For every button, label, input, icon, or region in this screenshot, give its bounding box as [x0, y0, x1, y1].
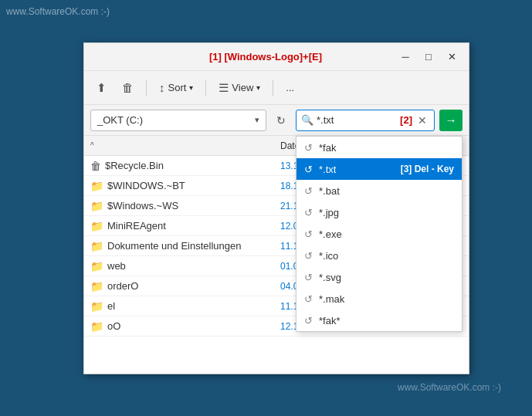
- share-button[interactable]: ⬆: [90, 76, 113, 100]
- dropdown-item-0[interactable]: ↺ *fak: [296, 137, 462, 158]
- file-name-7: 📁 el: [90, 300, 273, 313]
- more-button[interactable]: ...: [280, 76, 300, 100]
- dropdown-text-2: *.bat: [319, 185, 340, 197]
- dropdown-text-8: *fak*: [319, 315, 340, 326]
- folder-icon-7: 📁: [90, 300, 103, 313]
- dropdown-item-6[interactable]: ↺ *.svg: [296, 266, 462, 288]
- dropdown-text-6: *.svg: [319, 272, 341, 283]
- restore-button[interactable]: □: [418, 48, 439, 66]
- search-clear-button[interactable]: ✕: [415, 113, 429, 127]
- delete-button[interactable]: 🗑: [116, 76, 140, 100]
- dropdown-item-8[interactable]: ↺ *fak*: [296, 309, 462, 331]
- watermark-top: www.SoftwareOK.com :-): [6, 6, 110, 17]
- sort-icon: ↕: [159, 81, 165, 94]
- dropdown-text-1: *.txt: [319, 164, 336, 175]
- watermark-bottom: www.SoftwareOK.com :-): [398, 382, 501, 393]
- sort-arrow-icon: ^: [90, 141, 94, 150]
- address-bar[interactable]: _OKT (C:) ▾: [90, 110, 266, 131]
- dropdown-item-1[interactable]: ↺ *.txt [3] Del - Key: [296, 158, 462, 180]
- dropdown-text-7: *.mak: [319, 293, 344, 305]
- toolbar-sep-3: [273, 80, 273, 96]
- history-icon-7: ↺: [304, 293, 313, 305]
- dropdown-text-3: *.jpg: [319, 207, 339, 218]
- history-icon-2: ↺: [304, 185, 313, 197]
- search-container: 🔍 [2] ✕: [296, 110, 435, 131]
- address-chevron-icon: ▾: [255, 115, 259, 125]
- more-label: ...: [286, 82, 294, 93]
- search-label-2: [2]: [400, 114, 412, 126]
- history-icon-0: ↺: [304, 142, 313, 154]
- dropdown-item-4[interactable]: ↺ *.exe: [296, 223, 462, 245]
- delete-icon: 🗑: [122, 81, 134, 94]
- folder-icon-3: 📁: [90, 220, 103, 232]
- folder-icon-1: 📁: [90, 180, 103, 192]
- sort-label: Sort: [168, 82, 187, 93]
- sort-chevron-icon: ▾: [189, 83, 193, 92]
- view-button[interactable]: ☰ View ▾: [212, 76, 266, 100]
- file-name-8: 📁 oO: [90, 320, 273, 333]
- file-name-6: 📁 orderO: [90, 280, 273, 293]
- refresh-button[interactable]: ↻: [271, 110, 291, 130]
- window-title: [1] [Windows-Logo]+[E]: [137, 51, 395, 63]
- file-name-1: 📁 $WINDOWS.~BT: [90, 180, 273, 192]
- close-button[interactable]: ✕: [441, 48, 463, 66]
- search-icon: 🔍: [301, 114, 313, 126]
- file-name-0: 🗑 $Recycle.Bin: [90, 160, 273, 172]
- toolbar-sep-2: [205, 80, 206, 96]
- file-explorer-window: [1] [Windows-Logo]+[E] ─ □ ✕ ⬆ 🗑 ↕ Sort …: [83, 42, 469, 374]
- dropdown-item-5[interactable]: ↺ *.ico: [296, 245, 462, 266]
- view-label: View: [232, 82, 253, 93]
- share-icon: ⬆: [97, 81, 107, 95]
- file-name-3: 📁 MiniREAgent: [90, 220, 273, 232]
- folder-icon-2: 📁: [90, 200, 103, 212]
- view-chevron-icon: ▾: [256, 83, 260, 92]
- search-box: 🔍 [2] ✕: [296, 110, 435, 131]
- col-name-header: ^: [90, 141, 273, 150]
- history-icon-8: ↺: [304, 315, 313, 326]
- title-bar: [1] [Windows-Logo]+[E] ─ □ ✕: [84, 43, 469, 71]
- file-name-4: 📁 Dokumente und Einstellungen: [90, 240, 273, 252]
- folder-icon-6: 📁: [90, 280, 103, 293]
- history-icon-6: ↺: [304, 272, 313, 283]
- dropdown-text-0: *fak: [319, 142, 336, 154]
- dropdown-item-2[interactable]: ↺ *.bat: [296, 180, 462, 201]
- folder-icon-8: 📁: [90, 320, 103, 333]
- minimize-button[interactable]: ─: [395, 48, 416, 66]
- folder-icon-4: 📁: [90, 240, 103, 252]
- search-input[interactable]: [317, 114, 394, 126]
- toolbar: ⬆ 🗑 ↕ Sort ▾ ☰ View ▾ ...: [84, 71, 469, 105]
- recycle-icon: 🗑: [90, 160, 101, 172]
- file-name-2: 📁 $Windows.~WS: [90, 200, 273, 212]
- history-icon-5: ↺: [304, 250, 313, 262]
- address-text: _OKT (C:): [97, 114, 255, 126]
- search-dropdown: ↺ *fak ↺ *.txt [3] Del - Key ↺ *.bat ↺ *…: [296, 136, 463, 332]
- del-key-label: [3] Del - Key: [401, 164, 454, 174]
- history-icon-1: ↺: [304, 164, 313, 175]
- title-bar-controls: ─ □ ✕: [395, 48, 463, 66]
- dropdown-text-4: *.exe: [319, 228, 342, 240]
- file-name-5: 📁 web: [90, 260, 273, 272]
- history-icon-4: ↺: [304, 228, 313, 240]
- folder-icon-5: 📁: [90, 260, 103, 272]
- dropdown-item-7[interactable]: ↺ *.mak: [296, 288, 462, 309]
- view-icon: ☰: [219, 81, 229, 95]
- dropdown-item-3[interactable]: ↺ *.jpg: [296, 201, 462, 223]
- history-icon-3: ↺: [304, 207, 313, 218]
- search-go-button[interactable]: →: [439, 110, 463, 131]
- dropdown-text-5: *.ico: [319, 250, 338, 262]
- sort-button[interactable]: ↕ Sort ▾: [153, 76, 199, 100]
- nav-bar: _OKT (C:) ▾ ↻ 🔍 [2] ✕ → ↺ *fak ↺: [84, 105, 469, 136]
- search-go-icon: →: [446, 113, 457, 127]
- refresh-icon: ↻: [276, 114, 286, 127]
- toolbar-sep-1: [146, 80, 147, 96]
